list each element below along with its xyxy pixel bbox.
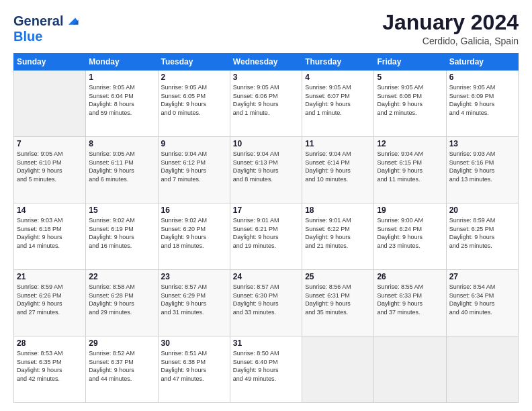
day-number: 31: [233, 338, 299, 348]
day-info: Sunrise: 9:05 AM Sunset: 6:09 PM Dayligh…: [449, 83, 515, 117]
calendar-cell: 13Sunrise: 9:03 AM Sunset: 6:16 PM Dayli…: [446, 137, 518, 203]
logo-text-general: General: [13, 13, 63, 29]
weekday-header-friday: Friday: [374, 54, 446, 71]
calendar-cell: [374, 336, 446, 403]
day-info: Sunrise: 9:05 AM Sunset: 6:10 PM Dayligh…: [17, 150, 83, 183]
day-info: Sunrise: 8:55 AM Sunset: 6:33 PM Dayligh…: [377, 283, 443, 316]
day-number: 3: [233, 73, 299, 82]
day-number: 2: [161, 73, 227, 82]
day-number: 6: [449, 73, 515, 82]
day-info: Sunrise: 9:02 AM Sunset: 6:20 PM Dayligh…: [161, 216, 227, 250]
day-number: 25: [305, 272, 371, 281]
calendar-cell: 23Sunrise: 8:57 AM Sunset: 6:29 PM Dayli…: [158, 270, 230, 336]
day-number: 30: [161, 338, 227, 348]
day-number: 16: [161, 205, 227, 215]
day-info: Sunrise: 9:04 AM Sunset: 6:12 PM Dayligh…: [161, 150, 227, 183]
calendar-cell: 2Sunrise: 9:05 AM Sunset: 6:05 PM Daylig…: [158, 71, 230, 137]
day-info: Sunrise: 9:01 AM Sunset: 6:21 PM Dayligh…: [233, 216, 299, 250]
calendar-cell: 11Sunrise: 9:04 AM Sunset: 6:14 PM Dayli…: [302, 137, 374, 203]
weekday-header-sunday: Sunday: [14, 54, 86, 71]
day-number: 8: [89, 139, 154, 148]
day-number: 21: [17, 272, 83, 281]
calendar-cell: 4Sunrise: 9:05 AM Sunset: 6:07 PM Daylig…: [302, 71, 374, 137]
day-info: Sunrise: 8:59 AM Sunset: 6:25 PM Dayligh…: [449, 216, 515, 250]
day-number: 13: [449, 139, 515, 148]
logo-text-blue: Blue: [13, 29, 79, 44]
day-number: 4: [305, 73, 371, 82]
calendar-cell: [14, 71, 86, 137]
calendar-cell: 18Sunrise: 9:01 AM Sunset: 6:22 PM Dayli…: [302, 203, 374, 270]
calendar-week-row: 14Sunrise: 9:03 AM Sunset: 6:18 PM Dayli…: [14, 203, 519, 270]
day-number: 5: [377, 73, 443, 82]
weekday-header-saturday: Saturday: [446, 54, 518, 71]
day-info: Sunrise: 9:05 AM Sunset: 6:06 PM Dayligh…: [233, 83, 299, 117]
month-title: January 2024: [382, 11, 519, 34]
calendar-cell: 22Sunrise: 8:58 AM Sunset: 6:28 PM Dayli…: [86, 270, 158, 336]
weekday-header-tuesday: Tuesday: [158, 54, 230, 71]
day-number: 11: [305, 139, 371, 148]
day-number: 22: [89, 272, 154, 281]
location: Cerdido, Galicia, Spain: [382, 36, 519, 46]
day-info: Sunrise: 9:04 AM Sunset: 6:15 PM Dayligh…: [377, 150, 443, 183]
day-number: 24: [233, 272, 299, 281]
calendar-cell: 24Sunrise: 8:57 AM Sunset: 6:30 PM Dayli…: [230, 270, 302, 336]
calendar-cell: 17Sunrise: 9:01 AM Sunset: 6:21 PM Dayli…: [230, 203, 302, 270]
calendar-table: SundayMondayTuesdayWednesdayThursdayFrid…: [13, 53, 519, 403]
day-number: 14: [17, 205, 83, 215]
day-number: 20: [449, 205, 515, 215]
day-info: Sunrise: 8:54 AM Sunset: 6:34 PM Dayligh…: [449, 283, 515, 316]
day-info: Sunrise: 9:00 AM Sunset: 6:24 PM Dayligh…: [377, 216, 443, 250]
calendar-cell: 27Sunrise: 8:54 AM Sunset: 6:34 PM Dayli…: [446, 270, 518, 336]
calendar-cell: 3Sunrise: 9:05 AM Sunset: 6:06 PM Daylig…: [230, 71, 302, 137]
calendar-cell: 19Sunrise: 9:00 AM Sunset: 6:24 PM Dayli…: [374, 203, 446, 270]
calendar-week-row: 7Sunrise: 9:05 AM Sunset: 6:10 PM Daylig…: [14, 137, 519, 203]
day-info: Sunrise: 8:50 AM Sunset: 6:40 PM Dayligh…: [233, 349, 299, 383]
day-number: 23: [161, 272, 227, 281]
day-number: 9: [161, 139, 227, 148]
day-number: 17: [233, 205, 299, 215]
day-info: Sunrise: 9:05 AM Sunset: 6:07 PM Dayligh…: [305, 83, 371, 117]
calendar-week-row: 1Sunrise: 9:05 AM Sunset: 6:04 PM Daylig…: [14, 71, 519, 137]
weekday-header-row: SundayMondayTuesdayWednesdayThursdayFrid…: [14, 54, 519, 71]
day-number: 27: [449, 272, 515, 281]
calendar-cell: 10Sunrise: 9:04 AM Sunset: 6:13 PM Dayli…: [230, 137, 302, 203]
calendar-cell: 20Sunrise: 8:59 AM Sunset: 6:25 PM Dayli…: [446, 203, 518, 270]
day-info: Sunrise: 9:05 AM Sunset: 6:04 PM Dayligh…: [89, 83, 154, 117]
day-info: Sunrise: 9:05 AM Sunset: 6:05 PM Dayligh…: [161, 83, 227, 117]
day-number: 1: [89, 73, 154, 82]
calendar-cell: 14Sunrise: 9:03 AM Sunset: 6:18 PM Dayli…: [14, 203, 86, 270]
day-info: Sunrise: 8:59 AM Sunset: 6:26 PM Dayligh…: [17, 283, 83, 316]
calendar-cell: 25Sunrise: 8:56 AM Sunset: 6:31 PM Dayli…: [302, 270, 374, 336]
logo-icon: [64, 13, 79, 28]
day-info: Sunrise: 9:03 AM Sunset: 6:18 PM Dayligh…: [17, 216, 83, 250]
calendar-cell: 28Sunrise: 8:53 AM Sunset: 6:35 PM Dayli…: [14, 336, 86, 403]
day-info: Sunrise: 9:01 AM Sunset: 6:22 PM Dayligh…: [305, 216, 371, 250]
calendar-week-row: 21Sunrise: 8:59 AM Sunset: 6:26 PM Dayli…: [14, 270, 519, 336]
calendar-week-row: 28Sunrise: 8:53 AM Sunset: 6:35 PM Dayli…: [14, 336, 519, 403]
day-number: 26: [377, 272, 443, 281]
calendar-cell: 31Sunrise: 8:50 AM Sunset: 6:40 PM Dayli…: [230, 336, 302, 403]
day-number: 10: [233, 139, 299, 148]
day-info: Sunrise: 9:05 AM Sunset: 6:11 PM Dayligh…: [89, 150, 154, 183]
calendar-cell: 6Sunrise: 9:05 AM Sunset: 6:09 PM Daylig…: [446, 71, 518, 137]
day-info: Sunrise: 9:05 AM Sunset: 6:08 PM Dayligh…: [377, 83, 443, 117]
calendar-cell: 29Sunrise: 8:52 AM Sunset: 6:37 PM Dayli…: [86, 336, 158, 403]
day-info: Sunrise: 8:52 AM Sunset: 6:37 PM Dayligh…: [89, 349, 154, 383]
day-number: 15: [89, 205, 154, 215]
day-number: 18: [305, 205, 371, 215]
day-info: Sunrise: 8:51 AM Sunset: 6:38 PM Dayligh…: [161, 349, 227, 383]
day-info: Sunrise: 8:57 AM Sunset: 6:30 PM Dayligh…: [233, 283, 299, 316]
header: General Blue January 2024 Cerdido, Galic…: [13, 11, 519, 46]
calendar-cell: [446, 336, 518, 403]
page: General Blue January 2024 Cerdido, Galic…: [0, 0, 532, 411]
day-info: Sunrise: 9:04 AM Sunset: 6:13 PM Dayligh…: [233, 150, 299, 183]
calendar-cell: 16Sunrise: 9:02 AM Sunset: 6:20 PM Dayli…: [158, 203, 230, 270]
calendar-cell: 21Sunrise: 8:59 AM Sunset: 6:26 PM Dayli…: [14, 270, 86, 336]
title-block: January 2024 Cerdido, Galicia, Spain: [382, 11, 519, 46]
calendar-cell: 9Sunrise: 9:04 AM Sunset: 6:12 PM Daylig…: [158, 137, 230, 203]
day-info: Sunrise: 8:57 AM Sunset: 6:29 PM Dayligh…: [161, 283, 227, 316]
calendar-cell: [302, 336, 374, 403]
calendar-cell: 15Sunrise: 9:02 AM Sunset: 6:19 PM Dayli…: [86, 203, 158, 270]
day-number: 12: [377, 139, 443, 148]
day-number: 29: [89, 338, 154, 348]
